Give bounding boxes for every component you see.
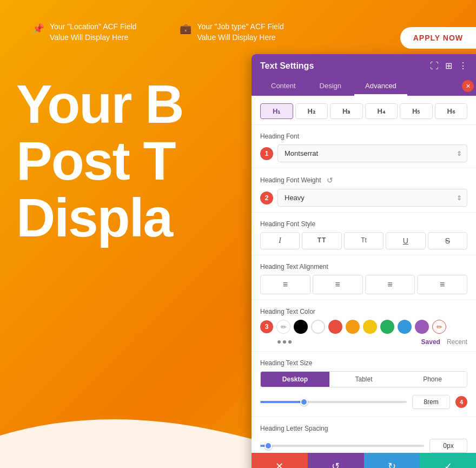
heading-letter-spacing-label: Heading Letter Spacing	[260, 425, 467, 432]
color-orange[interactable]	[346, 320, 360, 334]
heading-font-weight-label: Heading Font Weight ↺	[260, 176, 467, 184]
color-black[interactable]	[294, 320, 308, 334]
size-slider-row: 4	[260, 393, 467, 411]
heading-letter-spacing-section: Heading Letter Spacing	[252, 417, 476, 453]
undo-button[interactable]: ↺	[308, 453, 364, 468]
columns-icon[interactable]: ⊞	[445, 61, 452, 71]
hero-text: Your B Post T Displa	[16, 76, 183, 246]
color-swatches-row: 3 ✏ ✏	[260, 320, 467, 334]
align-right-button[interactable]: ≡	[365, 275, 415, 294]
letter-spacing-slider-row	[260, 437, 467, 453]
apply-button[interactable]: APPLY NOW	[400, 27, 476, 49]
location-field-label: Your "Location" ACF Field Value Will Dis…	[50, 22, 136, 43]
size-slider-thumb	[300, 398, 308, 406]
redo-button[interactable]: ↻	[364, 453, 420, 468]
briefcase-icon: 💼	[180, 23, 191, 35]
hero-line-2: Post T	[16, 133, 183, 189]
saved-recent-row: Saved Recent	[421, 338, 467, 346]
desktop-tab[interactable]: Desktop	[261, 372, 329, 387]
align-justify-button[interactable]: ≡	[417, 275, 467, 294]
hero-line-1: Your B	[16, 76, 183, 133]
confirm-button[interactable]: ✓	[420, 453, 476, 468]
panel-body: H₁ H₂ H₃ H₄ H₅ H₆ Heading Font 1 Montser…	[252, 96, 476, 453]
heading-font-select-wrapper: 1 Montserrat ⇕	[260, 144, 467, 162]
heading-text-alignment-label: Heading Text Alignment	[260, 263, 467, 271]
badge-2: 2	[260, 192, 273, 205]
tab-content[interactable]: Content	[260, 77, 307, 96]
badge-3: 3	[260, 320, 273, 333]
heading-font-style-section: Heading Font Style I TT Tt U S	[252, 213, 476, 255]
color-white[interactable]	[311, 320, 325, 334]
strikethrough-button[interactable]: S	[428, 232, 467, 249]
heading-text-size-section: Heading Text Size Desktop Tablet Phone 4	[252, 352, 476, 417]
heading-font-weight-select-wrapper: 2 Heavy ⇕	[260, 189, 467, 207]
tab-design[interactable]: Design	[309, 77, 352, 96]
h2-tab[interactable]: H₂	[295, 103, 328, 119]
panel-header: Text Settings ⛶ ⊞ ⋮	[252, 54, 476, 77]
panel-tabs: Content Design Advanced	[252, 77, 476, 96]
heading-text-color-section: Heading Text Color 3 ✏ ✏ Saved	[252, 300, 476, 352]
dot-3	[288, 340, 292, 344]
heading-font-section: Heading Font 1 Montserrat ⇕	[252, 125, 476, 168]
color-yellow[interactable]	[363, 320, 377, 334]
color-purple[interactable]	[415, 320, 429, 334]
heading-font-style-label: Heading Font Style	[260, 220, 467, 228]
letter-spacing-slider-thumb	[265, 442, 272, 450]
font-style-buttons: I TT Tt U S	[260, 232, 467, 249]
pin-icon: 📌	[32, 23, 44, 35]
uppercase-button[interactable]: TT	[302, 232, 341, 249]
align-left-button[interactable]: ≡	[260, 275, 310, 294]
heading-text-alignment-section: Heading Text Alignment ≡ ≡ ≡ ≡	[252, 255, 476, 300]
capitalize-button[interactable]: Tt	[344, 232, 384, 249]
letter-spacing-input[interactable]	[429, 439, 467, 453]
heading-font-weight-section: Heading Font Weight ↺ 2 Heavy ⇕	[252, 168, 476, 213]
hero-line-3: Displa	[16, 189, 183, 246]
panel-footer: ✕ ↺ ↻ ✓	[252, 453, 476, 468]
alignment-buttons: ≡ ≡ ≡ ≡	[260, 275, 467, 294]
text-settings-panel: Text Settings ⛶ ⊞ ⋮ Content Design Advan…	[252, 54, 476, 468]
fullscreen-icon[interactable]: ⛶	[430, 61, 439, 71]
dot-1	[277, 340, 281, 344]
job-type-field-item: 💼 Your "Job type" ACF Field Value Will D…	[180, 22, 283, 43]
underline-button[interactable]: U	[386, 232, 425, 249]
h1-tab[interactable]: H₁	[260, 103, 293, 119]
panel-title: Text Settings	[260, 61, 314, 71]
badge-1: 1	[260, 147, 273, 160]
heading-level-tabs: H₁ H₂ H₃ H₄ H₅ H₆	[252, 96, 476, 125]
color-green[interactable]	[380, 320, 394, 334]
custom-color-button[interactable]: ✏	[432, 320, 446, 334]
align-center-button[interactable]: ≡	[313, 275, 363, 294]
location-field-item: 📌 Your "Location" ACF Field Value Will D…	[32, 22, 136, 43]
saved-label[interactable]: Saved	[421, 338, 440, 346]
color-blue[interactable]	[398, 320, 412, 334]
recent-label[interactable]: Recent	[447, 338, 467, 346]
panel-close-button[interactable]: ✕	[462, 80, 474, 92]
h6-tab[interactable]: H₆	[435, 103, 468, 119]
heading-font-weight-select[interactable]: Heavy	[277, 189, 467, 207]
cancel-button[interactable]: ✕	[252, 453, 308, 468]
tab-advanced[interactable]: Advanced	[354, 77, 407, 96]
badge-4: 4	[455, 396, 467, 408]
reset-icon[interactable]: ↺	[327, 176, 333, 184]
heading-font-select[interactable]: Montserrat	[277, 144, 467, 162]
h5-tab[interactable]: H₅	[400, 103, 433, 119]
device-tabs: Desktop Tablet Phone	[260, 371, 467, 387]
tablet-tab[interactable]: Tablet	[329, 372, 398, 387]
panel-header-icons: ⛶ ⊞ ⋮	[430, 61, 467, 71]
size-input[interactable]	[412, 395, 450, 409]
size-slider[interactable]	[260, 401, 407, 403]
color-red[interactable]	[328, 320, 342, 334]
heading-text-color-label: Heading Text Color	[260, 308, 467, 315]
letter-spacing-slider[interactable]	[260, 445, 424, 447]
h4-tab[interactable]: H₄	[365, 103, 398, 119]
color-picker-button[interactable]: ✏	[276, 320, 290, 334]
heading-font-label: Heading Font	[260, 133, 467, 140]
more-options-icon[interactable]: ⋮	[459, 61, 467, 71]
heading-text-size-label: Heading Text Size	[260, 359, 467, 367]
italic-button[interactable]: I	[260, 232, 300, 249]
h3-tab[interactable]: H₃	[330, 103, 363, 119]
phone-tab[interactable]: Phone	[398, 372, 467, 387]
job-type-field-label: Your "Job type" ACF Field Value Will Dis…	[197, 22, 283, 43]
dot-2	[283, 340, 286, 344]
